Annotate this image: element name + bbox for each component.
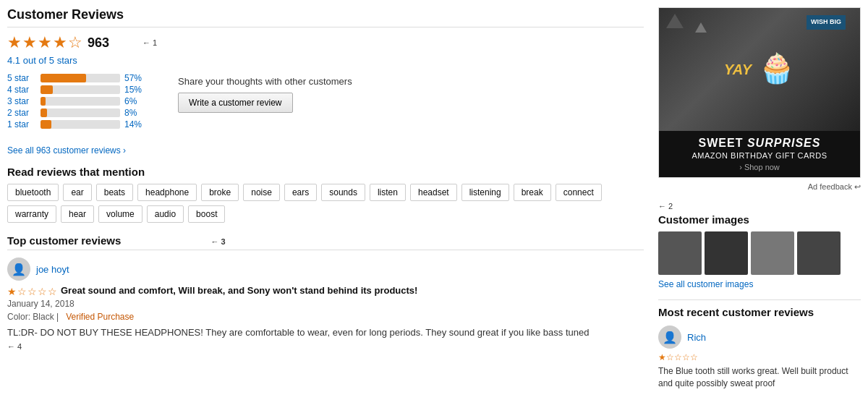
rating-bar-fill bbox=[41, 85, 53, 94]
rating-bar-fill bbox=[41, 108, 47, 117]
rating-bar-bg bbox=[41, 97, 120, 106]
ratings-breakdown: 5 star 57% 4 star 15% 3 star 6% 2 star 8… bbox=[7, 73, 142, 129]
annotation-2: ← 2 bbox=[658, 202, 861, 210]
mention-tag[interactable]: hear bbox=[61, 205, 94, 223]
most-recent-title: Most recent customer reviews bbox=[658, 306, 861, 318]
left-column: Customer Reviews ★★★★☆ 963 ← 1 4.1 out o… bbox=[7, 7, 644, 393]
reviewer-name[interactable]: joe hoyt bbox=[36, 264, 69, 275]
annotation-3: ← 3 bbox=[210, 237, 225, 246]
annotation-1: ← 1 bbox=[142, 38, 157, 47]
rating-bar-bg bbox=[41, 120, 120, 129]
share-section: Share your thoughts with other customers… bbox=[178, 76, 352, 135]
divider bbox=[658, 299, 861, 300]
recent-reviewer-row: 👤 Rich bbox=[658, 325, 861, 349]
customer-image-4[interactable] bbox=[797, 231, 841, 275]
mention-tag[interactable]: warranty bbox=[7, 205, 56, 223]
review-count: 963 bbox=[88, 35, 109, 51]
rating-label: 1 star bbox=[7, 119, 36, 129]
ad-cupcake-icon: 🧁 bbox=[759, 51, 795, 85]
rating-pct: 6% bbox=[124, 96, 137, 106]
review-star-display: ★☆☆☆☆ bbox=[7, 286, 58, 297]
rating-row[interactable]: 4 star 15% bbox=[7, 85, 142, 95]
rating-row[interactable]: 3 star 6% bbox=[7, 96, 142, 106]
review-date: January 14, 2018 bbox=[7, 299, 644, 309]
mention-tag[interactable]: beats bbox=[96, 184, 133, 201]
mention-tag[interactable]: ear bbox=[63, 184, 91, 201]
recent-reviewer-name[interactable]: Rich bbox=[687, 332, 706, 343]
mention-tag[interactable]: connect bbox=[556, 184, 602, 201]
rating-bar-bg bbox=[41, 74, 120, 82]
rating-bar-bg bbox=[41, 108, 120, 117]
triangle-decoration-2 bbox=[695, 22, 707, 33]
rating-label: 3 star bbox=[7, 96, 36, 106]
mention-tag[interactable]: broke bbox=[201, 184, 239, 201]
rating-summary-row: ★★★★☆ 963 ← 1 bbox=[7, 33, 644, 52]
mention-tag[interactable]: volume bbox=[98, 205, 142, 223]
right-column: YAY 🧁 WISH BIG SWEET SURPRISES AMAZON BI… bbox=[658, 7, 861, 393]
rating-row[interactable]: 1 star 14% bbox=[7, 119, 142, 129]
ad-bottom-text: SWEET SURPRISES AMAZON BIRTHDAY GIFT CAR… bbox=[659, 131, 860, 177]
mention-tag[interactable]: noise bbox=[243, 184, 280, 201]
mention-tag[interactable]: headset bbox=[410, 184, 457, 201]
mentions-title: Read reviews that mention bbox=[7, 166, 644, 178]
review-color: Color: Black bbox=[7, 312, 59, 322]
ad-shop-now[interactable]: › Shop now bbox=[663, 163, 856, 171]
rating-pct: 14% bbox=[124, 119, 142, 129]
customer-reviews-title: Customer Reviews bbox=[7, 7, 644, 27]
customer-image-2[interactable] bbox=[705, 231, 748, 275]
customer-images-grid bbox=[658, 231, 861, 275]
verified-badge: Verified Purchase bbox=[66, 312, 134, 322]
rating-bar-fill bbox=[41, 120, 51, 129]
customer-image-1[interactable] bbox=[658, 231, 702, 275]
avg-rating[interactable]: 4.1 out of 5 stars bbox=[7, 55, 644, 66]
write-review-button[interactable]: Write a customer review bbox=[178, 93, 292, 113]
mention-tag[interactable]: headphone bbox=[137, 184, 197, 201]
top-reviews-title: Top customer reviews ← 3 bbox=[7, 234, 644, 250]
rating-pct: 15% bbox=[124, 85, 142, 95]
mention-tag[interactable]: boost bbox=[188, 205, 225, 223]
reviews-top-section: 5 star 57% 4 star 15% 3 star 6% 2 star 8… bbox=[7, 73, 644, 135]
review-meta: Color: Black Verified Purchase bbox=[7, 312, 644, 322]
mention-tag[interactable]: break bbox=[514, 184, 551, 201]
ad-box: YAY 🧁 WISH BIG SWEET SURPRISES AMAZON BI… bbox=[658, 7, 861, 178]
recent-review-stars: ★☆☆☆☆ bbox=[658, 352, 698, 362]
rating-bar-fill bbox=[41, 97, 46, 106]
mention-tag[interactable]: bluetooth bbox=[7, 184, 59, 201]
see-all-reviews-link[interactable]: See all 963 customer reviews › bbox=[7, 145, 644, 156]
share-text: Share your thoughts with other customers bbox=[178, 76, 352, 87]
annotation-4: ← 4 bbox=[7, 342, 644, 351]
review-title: Great sound and comfort, Will break, and… bbox=[61, 285, 417, 296]
mention-tag[interactable]: ears bbox=[284, 184, 317, 201]
rating-bar-fill bbox=[41, 74, 86, 82]
ad-wish-text: WISH BIG bbox=[807, 15, 846, 30]
mention-tag[interactable]: listen bbox=[370, 184, 406, 201]
ad-image: YAY 🧁 WISH BIG bbox=[659, 8, 860, 131]
rating-bar-bg bbox=[41, 85, 120, 94]
reviewer-info: 👤 joe hoyt bbox=[7, 258, 644, 281]
rating-pct: 57% bbox=[124, 73, 142, 83]
reviewer-avatar: 👤 bbox=[7, 258, 30, 281]
star-display: ★★★★☆ bbox=[7, 33, 83, 52]
ad-feedback-link[interactable]: Ad feedback ↩ bbox=[658, 182, 861, 192]
see-all-images-link[interactable]: See all customer images bbox=[658, 279, 861, 289]
rating-pct: 8% bbox=[124, 108, 137, 118]
mention-tag[interactable]: audio bbox=[147, 205, 184, 223]
customer-images-title: Customer images bbox=[658, 213, 861, 226]
rating-label: 4 star bbox=[7, 85, 36, 95]
rating-row[interactable]: 2 star 8% bbox=[7, 108, 142, 118]
mention-tag[interactable]: listening bbox=[461, 184, 509, 201]
mention-tag[interactable]: sounds bbox=[321, 184, 365, 201]
rating-label: 5 star bbox=[7, 73, 36, 83]
recent-reviewer-avatar: 👤 bbox=[658, 325, 681, 349]
rating-label: 2 star bbox=[7, 108, 36, 118]
customer-image-3[interactable] bbox=[751, 231, 794, 275]
review-body: TL:DR- DO NOT BUY THESE HEADPHONES! They… bbox=[7, 326, 644, 339]
rating-row[interactable]: 5 star 57% bbox=[7, 73, 142, 83]
triangle-decoration-1 bbox=[666, 14, 684, 28]
recent-review-text: The Blue tooth still works great. Well b… bbox=[658, 365, 861, 390]
ad-sweet-text: SWEET SURPRISES bbox=[663, 137, 856, 150]
ad-amazon-line: AMAZON BIRTHDAY GIFT CARDS bbox=[663, 151, 856, 160]
ad-yay-text: YAY bbox=[724, 61, 752, 78]
mentions-tags: bluetoothearbeatsheadphonebrokenoiseears… bbox=[7, 184, 644, 223]
